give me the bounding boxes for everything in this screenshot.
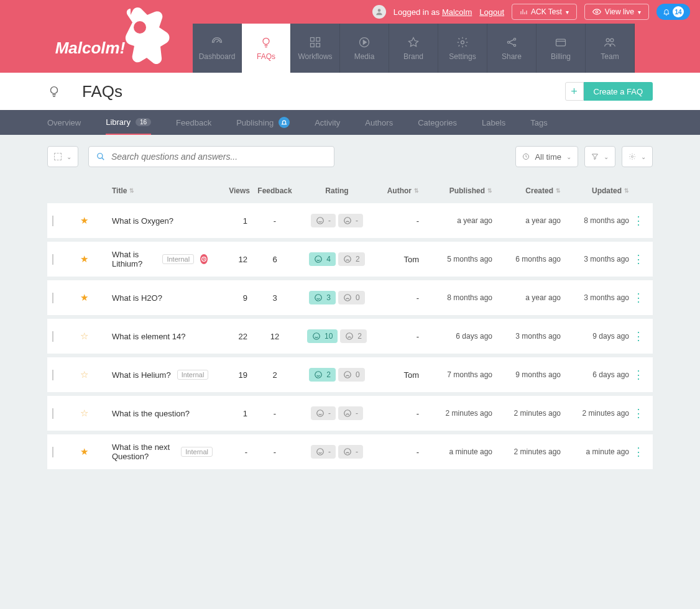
faq-title: What is Helium? [112,370,171,380]
created-cell: a year ago [492,216,561,225]
nav-media[interactable]: Media [340,24,389,73]
row-checkbox[interactable] [52,447,53,457]
row-menu-button[interactable]: ⋮ [629,214,648,227]
tab-feedback[interactable]: Feedback [176,110,211,135]
tab-tags[interactable]: Tags [530,110,547,135]
col-views[interactable]: Views [213,186,250,195]
table-row[interactable]: ☆What is Helium?Internal19220Tom7 months… [47,357,653,392]
monkey-logo-icon [112,2,174,77]
filter-button[interactable]: ⌄ [584,146,615,167]
row-menu-button[interactable]: ⋮ [629,252,648,266]
sub-tabs: Overview Library16 Feedback Publishing A… [0,110,700,135]
row-checkbox[interactable] [52,408,53,419]
row-checkbox[interactable] [52,254,53,265]
notifications-button[interactable]: 14 [656,4,690,20]
table-row[interactable]: ☆What is element 14?2212102-6 days ago3 … [47,319,653,354]
nav-team[interactable]: Team [586,24,635,73]
table-row[interactable]: ★What is Lithium?Internal12642Tom5 month… [47,242,653,277]
star-icon[interactable]: ★ [75,446,93,457]
row-menu-button[interactable]: ⋮ [629,329,648,343]
create-faq-button[interactable]: Create a FAQ [584,82,653,101]
star-icon[interactable]: ★ [75,254,93,265]
rating-negative: - [338,445,363,459]
col-published[interactable]: Published⇅ [424,186,492,195]
row-menu-button[interactable]: ⋮ [629,291,648,304]
faq-title: What is the question? [112,409,190,418]
svg-point-11 [513,44,515,46]
col-updated[interactable]: Updated⇅ [561,186,629,195]
row-checkbox[interactable] [52,293,53,303]
svg-point-26 [313,333,320,340]
updated-cell: 8 months ago [561,216,629,225]
star-icon[interactable]: ★ [75,292,93,303]
created-cell: a year ago [492,293,561,302]
col-feedback[interactable]: Feedback [250,186,300,195]
row-checkbox[interactable] [52,370,53,380]
tab-categories[interactable]: Categories [418,110,457,135]
nav-workflows[interactable]: Workflows [291,24,340,73]
feedback-cell: - [250,409,300,418]
tab-activity[interactable]: Activity [315,110,340,135]
tab-overview[interactable]: Overview [47,110,81,135]
media-icon [358,36,371,48]
nav-settings[interactable]: Settings [438,24,487,73]
tab-authors[interactable]: Authors [365,110,393,135]
rating-positive: - [311,406,336,420]
nav-share[interactable]: Share [487,24,537,73]
user-link[interactable]: Malcolm [442,7,472,17]
svg-point-0 [377,9,380,12]
row-menu-button[interactable]: ⋮ [629,445,648,459]
view-live-button[interactable]: View live ▾ [584,4,649,20]
logo[interactable]: Malcolm! [0,24,193,73]
date-filter-button[interactable]: All time ⌄ [515,146,578,167]
logout-link[interactable]: Logout [479,7,504,17]
col-author[interactable]: Author⇅ [374,186,424,195]
tab-library[interactable]: Library16 [106,110,151,135]
star-icon[interactable]: ★ [75,215,93,226]
internal-tag: Internal [177,370,209,380]
nav-dashboard[interactable]: Dashboard [193,24,242,73]
star-icon[interactable]: ☆ [75,408,93,419]
author-cell: - [374,332,424,341]
tab-labels[interactable]: Labels [482,110,505,135]
search-input[interactable] [111,152,326,162]
nav-billing[interactable]: Billing [537,24,586,73]
rating-negative: - [338,406,363,420]
table-row[interactable]: ★What is the next Question?Internal-----… [47,434,653,469]
page-subheader: FAQs + Create a FAQ [0,73,700,110]
published-cell: a minute ago [424,447,492,456]
updated-cell: a minute ago [561,447,629,456]
svg-point-23 [344,256,351,263]
col-title[interactable]: Title⇅ [112,186,213,195]
created-cell: 2 minutes ago [492,409,561,418]
chevron-down-icon: ▾ [566,9,569,16]
row-menu-button[interactable]: ⋮ [629,368,648,382]
faq-table: Title⇅ Views Feedback Rating Author⇅ Pub… [0,178,700,498]
published-cell: a year ago [424,216,492,225]
row-menu-button[interactable]: ⋮ [629,406,648,420]
search-box[interactable] [88,146,334,167]
faq-title: What is Lithium? [112,250,156,268]
published-cell: 6 days ago [424,332,492,341]
star-icon[interactable]: ☆ [75,331,93,342]
col-rating[interactable]: Rating [300,186,374,195]
settings-dropdown[interactable]: ⌄ [622,146,653,167]
nav-brand[interactable]: Brand [389,24,438,73]
workflows-icon [309,36,321,48]
table-row[interactable]: ☆What is the question?1----2 minutes ago… [47,396,653,431]
plus-button[interactable]: + [565,82,584,101]
bulk-select-dropdown[interactable]: ⌄ [47,146,78,167]
table-row[interactable]: ★What is H2O?9330-8 months agoa year ago… [47,280,653,315]
faqs-icon [260,36,272,48]
star-icon[interactable]: ☆ [75,369,93,380]
ack-test-button[interactable]: ACK Test ▾ [512,4,577,20]
feedback-cell: 2 [250,370,300,380]
col-created[interactable]: Created⇅ [492,186,561,195]
row-checkbox[interactable] [52,216,53,226]
rating-positive: - [311,445,336,459]
table-row[interactable]: ★What is Oxygen?1----a year agoa year ag… [47,203,653,238]
row-checkbox[interactable] [52,331,53,342]
tab-publishing[interactable]: Publishing [236,110,290,135]
nav-faqs[interactable]: FAQs [242,24,291,73]
avatar[interactable] [372,5,386,19]
